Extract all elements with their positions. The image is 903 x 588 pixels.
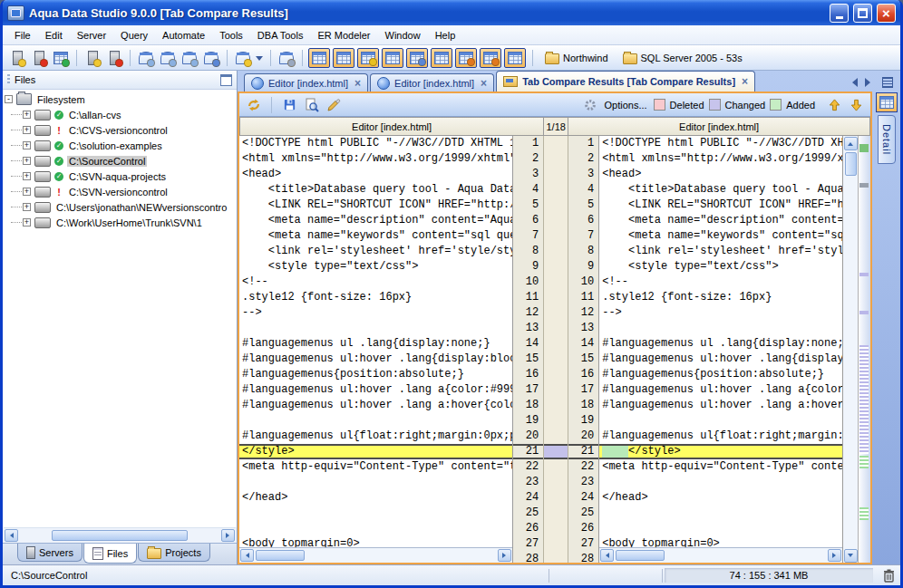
- close-button[interactable]: [877, 4, 896, 23]
- expand-icon[interactable]: +: [23, 188, 31, 196]
- editor-hscrollbar[interactable]: [239, 547, 512, 563]
- menu-file[interactable]: File: [7, 27, 38, 43]
- tab-scroll-right-icon[interactable]: [865, 78, 875, 87]
- code-line: -->: [239, 305, 512, 321]
- scroll-thumb[interactable]: [256, 550, 305, 561]
- detail-panel-tab[interactable]: Detail: [878, 115, 896, 164]
- database-objects-view-button[interactable]: [357, 48, 379, 68]
- tree-item[interactable]: +C:\Users\jonathan\NEWversionscontro: [5, 199, 237, 215]
- tab-close-icon[interactable]: ×: [354, 77, 361, 90]
- options-button[interactable]: Options...: [605, 100, 647, 111]
- left-editor-pane[interactable]: <!DOCTYPE html PUBLIC "-//W3C//DTD XHTML…: [239, 136, 513, 563]
- pivot-view-button[interactable]: [406, 48, 428, 68]
- tree-item[interactable]: +✓C:\allan-cvs: [5, 107, 237, 122]
- editor-hscrollbar[interactable]: [599, 547, 842, 563]
- schema-tree-view-button[interactable]: [333, 48, 354, 68]
- panel-tab-projects[interactable]: Projects: [138, 544, 210, 562]
- trash-icon[interactable]: [877, 569, 900, 583]
- right-editor-pane[interactable]: <!DOCTYPE html PUBLIC "-//W3C//DTD XHTML…: [598, 136, 843, 563]
- server-shortcut[interactable]: SQL Server 2005 - 53s: [623, 51, 743, 64]
- minimize-button[interactable]: [830, 4, 849, 23]
- tab-list-icon[interactable]: [882, 77, 893, 88]
- menu-automate[interactable]: Automate: [155, 27, 212, 43]
- tree-root-filesystem[interactable]: -Filesystem: [5, 92, 237, 107]
- panel-grip-icon[interactable]: [7, 74, 10, 85]
- expand-icon[interactable]: +: [23, 157, 31, 165]
- scroll-right-icon[interactable]: [498, 549, 511, 562]
- vscroll-thumb[interactable]: [845, 152, 857, 176]
- tab-close-icon[interactable]: ×: [481, 77, 487, 90]
- expand-icon[interactable]: +: [23, 126, 31, 134]
- tree-item[interactable]: +✓C:\solution-examples: [5, 138, 237, 153]
- expand-icon[interactable]: +: [23, 218, 31, 227]
- er-modeler-window-button[interactable]: [277, 48, 296, 68]
- previous-diff-icon[interactable]: [827, 97, 842, 112]
- collapse-icon[interactable]: -: [5, 95, 13, 103]
- doc-tab[interactable]: Editor [index.html]×: [244, 73, 368, 92]
- unregister-server-button[interactable]: [29, 48, 49, 68]
- object-hierarchy-view-button[interactable]: [455, 48, 477, 68]
- query-analyzer-button[interactable]: [136, 48, 156, 68]
- query-analyzer-find-button[interactable]: [158, 48, 178, 68]
- scroll-thumb[interactable]: [52, 530, 188, 541]
- menu-query[interactable]: Query: [113, 27, 155, 43]
- file-tree-hscrollbar[interactable]: [4, 527, 236, 543]
- float-panel-icon[interactable]: [220, 74, 232, 86]
- query-builder-button[interactable]: [180, 48, 199, 68]
- scroll-left-icon[interactable]: [600, 549, 614, 562]
- scroll-thumb[interactable]: [616, 550, 665, 561]
- menu-tools[interactable]: Tools: [212, 27, 250, 43]
- disconnect-server-button[interactable]: [104, 48, 124, 68]
- register-server-button[interactable]: [7, 48, 27, 68]
- list-detail-view-button[interactable]: [431, 48, 452, 68]
- tree-item[interactable]: +✓C:\SVN-aqua-projects: [5, 169, 237, 184]
- expand-icon[interactable]: +: [23, 203, 31, 211]
- expand-icon[interactable]: +: [23, 111, 31, 119]
- detail-view-toggle[interactable]: [876, 92, 898, 112]
- tree-item[interactable]: +✓C:\SourceControl: [5, 153, 237, 169]
- menu-er-modeler[interactable]: ER Modeler: [310, 27, 377, 43]
- results-grid-view-button[interactable]: [308, 48, 330, 68]
- right-editor-vscrollbar[interactable]: [843, 136, 859, 563]
- maximize-button[interactable]: [853, 4, 872, 23]
- menu-server[interactable]: Server: [70, 27, 113, 43]
- tree-item[interactable]: +!C:\SVN-versioncontrol: [5, 184, 237, 199]
- find-icon[interactable]: [304, 97, 319, 112]
- tab-close-icon[interactable]: ×: [742, 75, 748, 88]
- panel-tab-files[interactable]: Files: [83, 544, 137, 564]
- scroll-right-icon[interactable]: [828, 549, 841, 562]
- table-grid-view-button[interactable]: [382, 48, 403, 68]
- menu-dba-tools[interactable]: DBA Tools: [250, 27, 311, 43]
- format-brush-icon[interactable]: [325, 97, 341, 112]
- expand-icon[interactable]: +: [23, 141, 31, 149]
- server-shortcut[interactable]: Northwind: [545, 51, 608, 64]
- scroll-left-icon[interactable]: [5, 529, 18, 542]
- connect-server-button[interactable]: [83, 48, 102, 68]
- import-table-data-button[interactable]: [51, 48, 71, 68]
- menu-window[interactable]: Window: [378, 27, 428, 43]
- file-tree[interactable]: -Filesystem+✓C:\allan-cvs+!C:\CVS-versio…: [3, 90, 237, 527]
- refresh-compare-icon[interactable]: [246, 97, 261, 112]
- table-results-view-button[interactable]: [504, 48, 526, 68]
- menu-help[interactable]: Help: [428, 27, 463, 43]
- scroll-up-icon[interactable]: [844, 137, 858, 150]
- scroll-right-icon[interactable]: [221, 529, 235, 542]
- tree-item[interactable]: +C:\Work\UserHome\Trunk\SVN\1: [5, 215, 237, 230]
- save-icon[interactable]: [282, 97, 297, 112]
- tab-scroll-left-icon[interactable]: [848, 78, 858, 87]
- describe-object-button[interactable]: [233, 48, 253, 68]
- diff-overview-ruler[interactable]: [859, 136, 870, 563]
- doc-tab[interactable]: Editor [index.html]×: [370, 73, 494, 92]
- chart-view-button[interactable]: [480, 48, 501, 68]
- panel-tab-servers[interactable]: Servers: [17, 544, 83, 562]
- scroll-left-icon[interactable]: [240, 549, 254, 562]
- scroll-down-icon[interactable]: [844, 549, 858, 563]
- edit-table-data-button[interactable]: [201, 48, 221, 68]
- menu-edit[interactable]: Edit: [38, 27, 70, 43]
- dropdown-arrow-icon[interactable]: [256, 56, 263, 64]
- next-diff-icon[interactable]: [849, 97, 864, 112]
- expand-icon[interactable]: +: [23, 172, 31, 180]
- doc-tab-active[interactable]: Tab Compare Results [Tab Compare Results…: [496, 71, 755, 92]
- tree-item[interactable]: +!C:\CVS-versioncontrol: [5, 122, 237, 138]
- gutter-cell: [544, 198, 568, 213]
